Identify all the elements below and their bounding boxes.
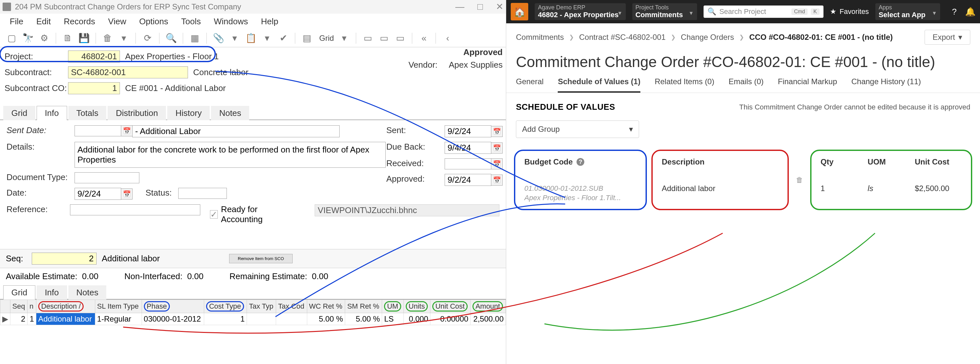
chevron-down-icon[interactable]: ▾	[229, 32, 240, 44]
wtab-fin[interactable]: Financial Markup	[778, 77, 837, 93]
subcontract-number-field[interactable]: SC-46802-001	[68, 67, 188, 78]
sent-date-field[interactable]	[75, 126, 121, 136]
tab-info[interactable]: Info	[37, 106, 67, 120]
tools-selector[interactable]: Project Tools Commitments ▼	[632, 3, 697, 20]
save-icon[interactable]: 💾	[78, 32, 90, 44]
col-sl[interactable]: SL Item Type	[95, 300, 142, 313]
calendar-icon[interactable]: 📅	[121, 189, 132, 199]
calendar-icon[interactable]: 📅	[491, 143, 503, 154]
crumb-contract[interactable]: Contract #SC-46802-001	[579, 33, 666, 42]
calendar-icon[interactable]: 📅	[491, 126, 503, 137]
project-number-field[interactable]: 46802-01	[68, 51, 120, 62]
subtab-grid[interactable]: Grid	[3, 285, 35, 300]
col-units[interactable]: Units	[404, 300, 430, 313]
subtab-notes[interactable]: Notes	[68, 285, 107, 300]
col-seq[interactable]: Seq	[10, 300, 27, 313]
page-icon[interactable]: 🗎	[62, 32, 73, 44]
col-amt[interactable]: Amount	[471, 300, 506, 313]
panel3-icon[interactable]: ▭	[395, 32, 406, 44]
col-uc[interactable]: Unit Cost	[430, 300, 471, 313]
col-ct[interactable]: Cost Type	[204, 300, 247, 313]
subtab-info[interactable]: Info	[37, 285, 67, 300]
trash-icon[interactable]: 🗑	[796, 176, 803, 184]
back-icon[interactable]: ‹	[442, 32, 453, 44]
minimize-button[interactable]: —	[455, 2, 465, 11]
menu-edit[interactable]: Edit	[36, 16, 51, 27]
menu-options[interactable]: Options	[139, 16, 168, 27]
wtab-general[interactable]: General	[516, 77, 544, 93]
calendar-icon[interactable]: 📅	[491, 175, 503, 186]
col-tt[interactable]: Tax Typ	[247, 300, 276, 313]
menu-help[interactable]: Help	[261, 16, 278, 27]
tab-distribution[interactable]: Distribution	[108, 106, 166, 120]
appr-field[interactable]: 9/2/24	[445, 174, 491, 186]
cell-desc[interactable]: Additional labor	[36, 313, 95, 325]
collapse-icon[interactable]: «	[418, 32, 430, 44]
col-wc[interactable]: WC Ret %	[307, 300, 345, 313]
col-n[interactable]: n	[27, 300, 36, 313]
col-desc[interactable]: Description /	[36, 300, 95, 313]
home-button[interactable]: 🏠	[511, 3, 528, 21]
new-icon[interactable]: ▢	[6, 32, 18, 44]
tab-notes[interactable]: Notes	[211, 106, 249, 120]
export-button[interactable]: Export ▾	[924, 30, 970, 45]
tab-totals[interactable]: Totals	[68, 106, 107, 120]
search-input[interactable]: 🔍 Search Project Cmd K	[703, 5, 824, 18]
tab-history[interactable]: History	[167, 106, 210, 120]
wtab-related[interactable]: Related Items (0)	[655, 77, 714, 93]
crumb-commitments[interactable]: Commitments	[516, 33, 564, 42]
bell-icon[interactable]: 🔔	[965, 7, 975, 17]
menu-view[interactable]: View	[108, 16, 126, 27]
help-icon[interactable]: ?	[952, 7, 957, 17]
col-phase[interactable]: Phase	[142, 300, 204, 313]
wtab-emails[interactable]: Emails (0)	[729, 77, 764, 93]
chevron-down-icon[interactable]: ▾	[118, 32, 130, 44]
trash-icon[interactable]: 🗑	[102, 32, 113, 44]
seq-num-field[interactable]: 2	[32, 253, 97, 265]
favorites-link[interactable]: ★ Favorites	[830, 8, 869, 16]
gear-icon[interactable]: ⚙	[38, 32, 50, 44]
spellcheck-icon[interactable]: ✔	[277, 32, 289, 44]
sent-date-suffix[interactable]: - Additional Labor	[132, 126, 340, 137]
table-row[interactable]: ▶ 2 1 Additional labor 1-Regular 030000-…	[0, 313, 506, 325]
reference-field[interactable]	[70, 204, 200, 215]
panel2-icon[interactable]: ▭	[378, 32, 390, 44]
doc-type-field[interactable]	[75, 172, 139, 183]
details-field[interactable]: Additional labor for the concrete work t…	[75, 142, 386, 168]
calendar-icon[interactable]: 📅	[121, 126, 132, 136]
tab-grid[interactable]: Grid	[3, 106, 35, 120]
menu-windows[interactable]: Windows	[214, 16, 248, 27]
status-field[interactable]	[178, 188, 227, 199]
refresh-icon[interactable]: ⟳	[142, 32, 153, 44]
chevron-down-icon[interactable]: ▾	[261, 32, 273, 44]
chevron-down-icon[interactable]: ▾	[338, 32, 350, 44]
table-icon[interactable]: ▤	[301, 32, 313, 44]
attach-icon[interactable]: 📎	[213, 32, 224, 44]
wtab-sov[interactable]: Schedule of Values (1)	[558, 77, 640, 93]
help-icon[interactable]: ?	[576, 158, 584, 166]
col-um[interactable]: UM	[382, 300, 404, 313]
calendar-icon[interactable]: 📅	[491, 158, 503, 169]
grid-icon[interactable]: ▦	[189, 32, 200, 44]
crumb-change-orders[interactable]: Change Orders	[681, 33, 734, 42]
binoculars-icon[interactable]: 🔭	[22, 32, 34, 44]
remove-item-button[interactable]: Remove Item from SCO	[229, 254, 293, 263]
sco-number-field[interactable]: 1	[68, 82, 120, 94]
menu-records[interactable]: Records	[64, 16, 95, 27]
maximize-button[interactable]: □	[477, 2, 483, 11]
search-icon[interactable]: 🔍	[165, 32, 177, 44]
sent-field[interactable]: 9/2/24	[445, 126, 491, 137]
clipboard-icon[interactable]: 📋	[245, 32, 257, 44]
erp-selector[interactable]: Agave Demo ERP 46802 - Apex Properties ▼	[535, 3, 626, 20]
apps-selector[interactable]: Apps Select an App ▼	[875, 3, 940, 20]
panel1-icon[interactable]: ▭	[362, 32, 374, 44]
col-sm[interactable]: SM Ret %	[345, 300, 382, 313]
ready-checkbox[interactable]: ✓	[210, 210, 218, 219]
menu-file[interactable]: File	[10, 16, 23, 27]
recv-field[interactable]	[445, 158, 491, 169]
add-group-select[interactable]: Add Group ▾	[516, 121, 639, 138]
col-tc[interactable]: Tax Cod	[276, 300, 307, 313]
close-button[interactable]: ✕	[496, 2, 503, 11]
date-field[interactable]: 9/2/24	[75, 188, 121, 200]
menu-tools[interactable]: Tools	[181, 16, 201, 27]
